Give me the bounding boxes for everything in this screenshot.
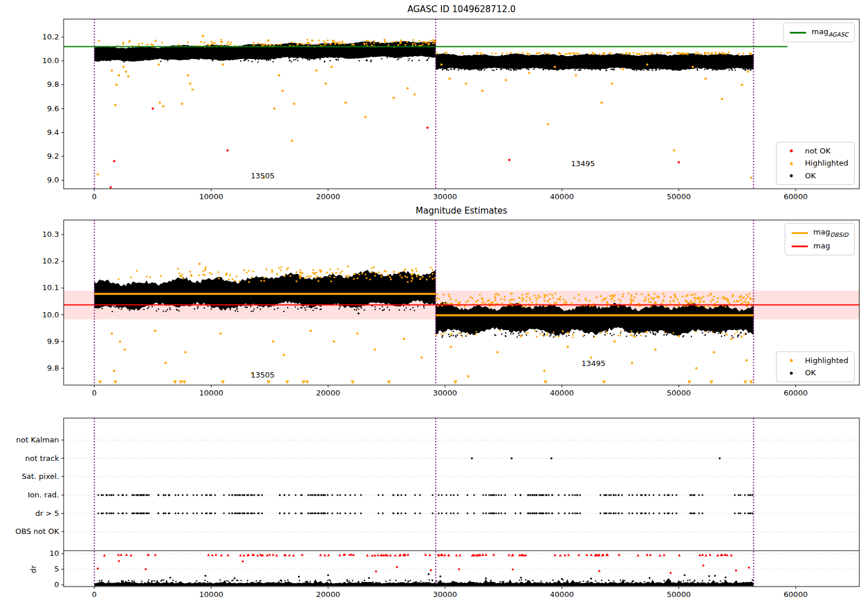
legend-markers-top-plot: not OK Highlighted OK <box>776 142 855 185</box>
flag-row-label: not track <box>25 454 59 463</box>
highlighted-point <box>185 351 187 353</box>
legend-label: magAGASC <box>812 25 848 39</box>
flag-row-label: OBS not OK <box>16 527 60 536</box>
tick-label: 20000 <box>316 590 340 599</box>
dr-clipped-point <box>292 554 295 556</box>
dr-clipped-point <box>507 554 510 556</box>
below-range-marker <box>113 380 117 384</box>
highlighted-point <box>114 104 116 106</box>
highlighted-point <box>406 87 409 90</box>
legend-label: magOBSID <box>814 226 848 240</box>
dr-scatter-band <box>94 578 753 586</box>
highlighted-point <box>567 346 569 348</box>
dr-clipped-point <box>103 554 106 556</box>
dr-clipped-point <box>373 554 376 556</box>
highlighted-point <box>356 332 359 335</box>
below-range-marker <box>182 380 186 384</box>
highlighted-point <box>344 101 347 104</box>
highlighted-point <box>113 370 115 372</box>
highlighted-point <box>730 338 733 340</box>
flag-row-label: not Kalman <box>16 435 59 444</box>
dr-clipped-point <box>481 554 484 556</box>
highlighted-point <box>450 346 452 348</box>
below-range-marker <box>221 380 225 384</box>
tick-label: 9.4 <box>47 128 59 137</box>
highlighted-point <box>547 123 549 125</box>
dr-clipped-point <box>130 554 133 556</box>
below-range-marker <box>301 380 306 384</box>
highlighted-point <box>310 329 312 332</box>
dr-clipped-point <box>301 554 304 556</box>
tick-label: 9.8 <box>47 364 59 372</box>
highlighted-point <box>646 63 648 65</box>
dr-clipped-point <box>455 554 458 556</box>
legend-mag-agasc: magAGASC <box>783 23 855 42</box>
not-ok-point <box>226 149 229 152</box>
flag-row-label: Sat. pixel. <box>22 472 59 481</box>
dr-clipped-point <box>125 554 128 556</box>
tick-label: 10.2 <box>42 32 59 41</box>
dr-clipped-point <box>578 554 580 556</box>
flags-dr-plot: 0100002000030000400005000060000not Kalma… <box>16 435 860 599</box>
dr-clipped-point <box>646 554 649 556</box>
highlighted-point <box>440 63 443 65</box>
dr-clipped-point <box>705 554 708 556</box>
highlighted-point <box>290 140 293 142</box>
highlighted-point <box>198 263 201 265</box>
legend-markers-middle-plot: Highlighted OK <box>776 351 855 382</box>
highlighted-point <box>187 74 189 76</box>
dr-axis-label: dr <box>29 565 38 573</box>
dr-clipped-point <box>701 554 704 556</box>
highlighted-point <box>611 82 613 85</box>
dr-clipped-point <box>350 553 353 555</box>
dr-clipped-point <box>389 554 392 556</box>
tick-label: 0 <box>54 580 59 589</box>
tick-label: 60000 <box>784 389 807 397</box>
dr-clipped-point <box>559 554 562 556</box>
not-track-point <box>550 457 552 459</box>
legend-item: Highlighted <box>782 157 848 169</box>
dot-swatch <box>790 149 793 152</box>
dr-clipped-point <box>443 554 446 556</box>
highlighted-point <box>157 63 160 65</box>
tick-label: 30000 <box>433 590 457 599</box>
highlighted-point <box>159 101 161 104</box>
legend-item: mag <box>791 240 848 252</box>
tick-label: 30000 <box>433 192 457 201</box>
below-range-marker <box>602 380 606 384</box>
tick-label: 5 <box>54 565 59 573</box>
below-range-marker <box>267 380 271 384</box>
tick-label: 10.0 <box>42 310 59 319</box>
highlighted-point <box>520 335 522 338</box>
highlighted-point <box>293 102 295 105</box>
not-ok-point <box>426 127 429 129</box>
tick-label: 50000 <box>667 389 690 397</box>
legend-label: mag <box>814 240 830 252</box>
plot3-frame <box>64 418 859 587</box>
highlighted-point <box>704 78 707 80</box>
tick-label: 9.8 <box>47 80 59 89</box>
below-range-marker <box>744 380 748 384</box>
highlighted-point <box>613 340 616 343</box>
dr-clipped-point <box>220 554 223 556</box>
highlighted-point <box>496 351 499 353</box>
plot-canvas: 01000020000300004000050000600009.09.29.4… <box>0 0 868 608</box>
flag-row-label: dr > 5 <box>35 509 59 518</box>
dr-clipped-point <box>394 554 397 556</box>
highlighted-point <box>282 354 285 356</box>
highlighted-point <box>97 173 99 175</box>
highlighted-point <box>481 90 484 92</box>
highlighted-point <box>721 98 723 100</box>
below-range-marker <box>285 380 289 384</box>
not-ok-point <box>152 108 154 110</box>
legend-label: OK <box>805 170 816 182</box>
highlighted-point <box>189 82 192 85</box>
tick-label: 9.6 <box>47 104 59 113</box>
highlighted-point <box>281 90 284 92</box>
highlighted-point <box>528 72 530 74</box>
dr-clipped-point <box>377 554 380 556</box>
dr-clipped-point <box>380 554 382 556</box>
dr-clipped-point <box>256 554 259 556</box>
highlighted-point <box>575 74 577 76</box>
dr-clipped-point <box>239 554 242 556</box>
